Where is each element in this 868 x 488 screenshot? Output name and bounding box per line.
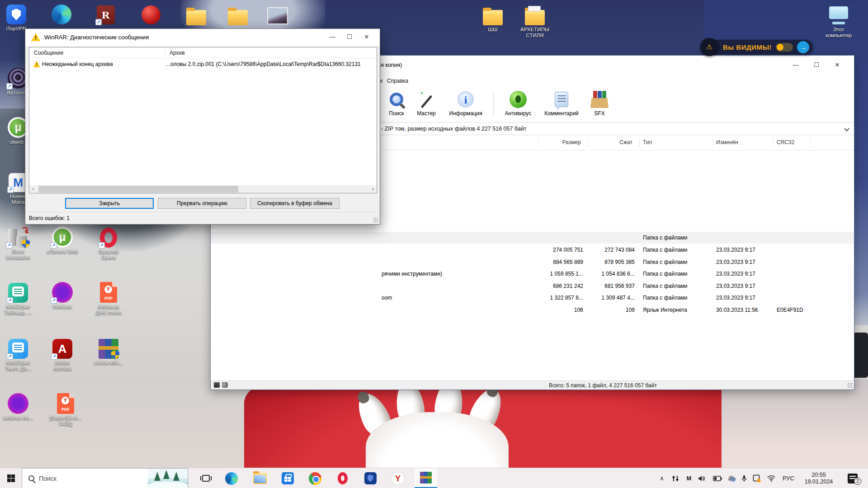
tray-m-icon[interactable]: M — [684, 468, 694, 488]
column-header-crc32[interactable]: CRC32 — [777, 139, 794, 145]
tray-app-icon[interactable] — [750, 468, 763, 488]
close-icon[interactable]: ✕ — [358, 31, 375, 43]
toolbar-antivirus-button[interactable]: Антивирус — [499, 89, 537, 117]
file-row[interactable]: 106 109 Ярлык Интернета 30.03.2023 11:56… — [211, 304, 854, 316]
chevron-down-icon[interactable] — [844, 126, 849, 131]
desktop-icon-winrar-x64[interactable]: winrar-x64... — [90, 336, 127, 366]
column-header-packed[interactable]: Сжат — [587, 139, 632, 145]
taskbar-app-store[interactable] — [275, 468, 300, 488]
disk-icon[interactable] — [214, 382, 220, 388]
vpn-go-button[interactable]: → — [797, 41, 809, 53]
abort-operation-button[interactable]: Прервать операцию — [158, 198, 246, 209]
file-row-up-dir[interactable]: Папка с файлами — [211, 232, 854, 244]
taskbar-app-opera[interactable] — [330, 468, 355, 488]
desktop-icon-revo[interactable]: ↷↗ Revo Uninstaller — [2, 225, 34, 261]
desktop-icon-supersliv[interactable]: YPDF [SuperSliv.b... ГАЙД — [46, 391, 85, 427]
file-modified: 23.03.2023 9:17 — [716, 244, 755, 256]
tray-mixer-icon[interactable] — [670, 468, 681, 488]
desktop-icon-folder[interactable] — [222, 3, 254, 25]
desktop-icon-folder[interactable] — [180, 3, 212, 25]
maximize-button[interactable]: ☐ — [341, 31, 358, 43]
task-view-button[interactable] — [195, 468, 216, 488]
diagnostic-message-row[interactable]: Неожиданный конец архива ...оловы 2.0.zi… — [29, 60, 377, 69]
file-type: Папка с файлами — [643, 232, 688, 244]
desktop-icon-shsh[interactable]: ШШ — [476, 3, 509, 33]
scroll-left-arrow[interactable]: ‹ — [29, 185, 37, 193]
desktop-icon-itopvpn[interactable]: iTopVPN — [2, 2, 31, 32]
column-header-type[interactable]: Тип — [643, 139, 652, 145]
file-name: oom — [382, 292, 392, 304]
desktop-icon-matrix-dnk[interactable]: YPDF Матрица ДНК стиля — [90, 280, 127, 316]
language-indicator[interactable]: РУС — [779, 468, 797, 488]
toolbar-sfx-button[interactable]: SFX — [587, 89, 612, 117]
file-row[interactable]: 884 565 889 878 905 385 Папка с файлами … — [211, 256, 854, 268]
taskbar-app-shield[interactable] — [358, 468, 383, 488]
horizontal-scrollbar[interactable]: ‹ › — [29, 185, 377, 193]
column-header-message[interactable]: Сообщение — [34, 50, 63, 56]
minimize-button[interactable]: — — [785, 58, 806, 72]
key-icon[interactable] — [222, 382, 228, 388]
notification-center-button[interactable]: 2 — [844, 468, 862, 488]
taskbar-search-box[interactable]: Поиск — [22, 468, 188, 488]
toolbar-wizard-button[interactable]: Мастер — [412, 89, 440, 117]
desktop-icon-myoffice-text[interactable]: ↗ МойОфис Текст. До... — [2, 336, 34, 372]
desktop-icon-this-pc[interactable]: Этот компьютер — [822, 3, 855, 38]
desktop-icon-webinar[interactable]: ↗ Webinar — [46, 280, 79, 310]
comment-icon — [555, 92, 568, 107]
search-winter-art — [148, 469, 188, 488]
toolbar-comment-button[interactable]: Комментарий — [539, 89, 584, 117]
file-row[interactable]: oom 1 322 857 8... 1 309 487 4... Папка … — [211, 292, 854, 304]
desktop-icon-edge[interactable] — [47, 2, 76, 24]
taskbar-app-explorer[interactable] — [247, 468, 273, 488]
resize-grip[interactable] — [373, 217, 378, 223]
close-button[interactable]: Закрыть — [65, 198, 154, 209]
antivirus-icon — [509, 91, 527, 108]
microphone-icon[interactable] — [740, 468, 749, 488]
desktop-icon-label: uTorrent Web — [47, 249, 78, 255]
search-placeholder: Поиск — [39, 475, 57, 482]
file-name: рячими инструментами) — [382, 268, 442, 280]
scroll-right-arrow[interactable]: › — [369, 185, 377, 193]
winrar-status-bar: Всего: 5 папок, 1 файл, 4 227 516 057 ба… — [211, 380, 854, 389]
desktop-icon-webinar-de[interactable]: webinar-de... — [2, 391, 34, 421]
file-row[interactable]: 686 231 242 681 956 937 Папка с файлами … — [211, 280, 854, 292]
taskbar-app-edge[interactable] — [219, 468, 244, 488]
column-header-size[interactable]: Размер — [538, 139, 581, 145]
desktop-icon-archetypes[interactable]: АРХЕТИПЫ СТИЛЯ — [512, 3, 557, 38]
vpn-visibility-widget[interactable]: ⚠ Вы ВИДИМЫ! → — [700, 38, 813, 56]
wifi-icon[interactable] — [765, 468, 778, 488]
column-header-archive[interactable]: Архив — [170, 50, 185, 56]
battery-icon[interactable] — [711, 468, 724, 488]
desktop-icon-photo[interactable] — [261, 2, 294, 24]
onedrive-cloud-icon[interactable] — [725, 468, 738, 488]
desktop-icon-r[interactable]: R↗ — [91, 2, 120, 24]
resize-grip[interactable] — [847, 383, 853, 388]
minimize-button[interactable]: — — [324, 31, 341, 43]
file-row[interactable]: рячими инструментами) 1 059 855 1... 1 0… — [211, 268, 854, 280]
maximize-button[interactable]: ☐ — [806, 58, 827, 72]
desktop-icon-adobe[interactable]: A↗ Adobe Acrobat — [46, 336, 79, 372]
close-button[interactable]: ✕ — [827, 58, 848, 72]
scrollbar-thumb[interactable] — [38, 186, 238, 192]
toolbar-info-button[interactable]: i Информация — [443, 89, 488, 117]
vpn-toggle[interactable] — [776, 43, 793, 52]
start-button[interactable] — [0, 468, 22, 488]
desktop-icon-opera[interactable]: ↗ Браузер Opera — [90, 225, 127, 261]
toolbar-search-button[interactable]: Поиск — [382, 89, 410, 117]
desktop-icon-utorrent-web[interactable]: ↗ uTorrent Web — [46, 225, 79, 255]
webinar-icon — [8, 393, 28, 414]
menu-items[interactable]: ки Справка — [377, 78, 408, 84]
desktop-icon-red-app[interactable] — [137, 2, 165, 24]
toolbar-label: Поиск — [382, 110, 410, 117]
clock[interactable]: 20:55 19.01.2024 — [799, 468, 838, 488]
tray-expand-chevron[interactable]: ∧ — [656, 468, 667, 488]
file-row[interactable]: 274 005 751 272 743 084 Папка с файлами … — [211, 244, 854, 256]
taskbar-app-winrar-active[interactable] — [415, 468, 437, 488]
taskbar-app-chrome[interactable] — [302, 468, 328, 488]
taskbar-app-yandex[interactable]: Y — [385, 468, 410, 488]
volume-icon[interactable] — [696, 468, 708, 488]
copy-to-clipboard-button[interactable]: Скопировать в буфер обмена — [250, 198, 340, 209]
column-header-modified[interactable]: Изменён — [716, 139, 738, 145]
dialog-title-bar[interactable]: WinRAR: Диагностические сообщения — ☐ ✕ — [25, 29, 380, 46]
desktop-icon-myoffice-table[interactable]: ↗ МойОфис Таблица. ... — [2, 280, 34, 316]
